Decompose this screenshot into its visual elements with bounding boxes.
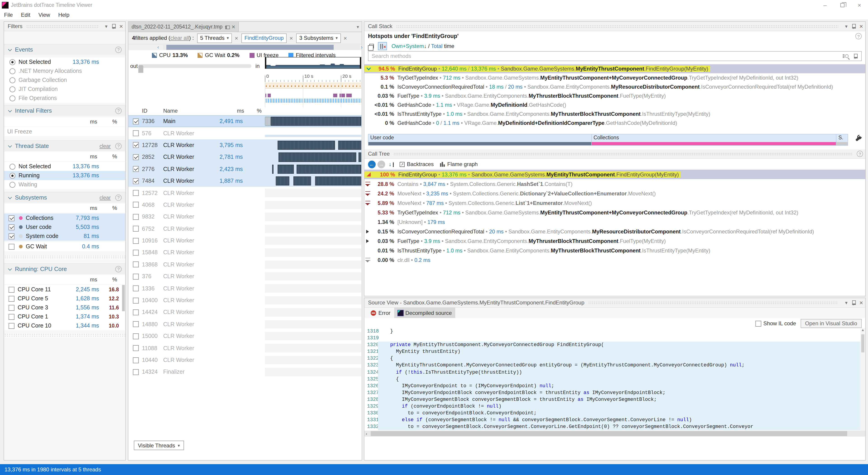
chip-remove-icon[interactable]: × (289, 35, 293, 41)
thread-checkbox[interactable] (133, 262, 139, 268)
backtraces-button[interactable]: ↗Backtraces (400, 161, 434, 168)
list-item[interactable]: CPU Core 31,556 ms11.6 (4, 303, 125, 312)
thread-checkbox[interactable] (133, 286, 139, 291)
thread-timeline[interactable] (265, 152, 361, 162)
call-tree-row[interactable]: 28.8 %Contains • 3,847 ms • System.Colle… (364, 179, 865, 189)
swap-view-button[interactable] (367, 42, 376, 50)
thread-row[interactable]: 14324Finalizer (128, 366, 362, 378)
expand-arrow-icon[interactable] (366, 239, 369, 243)
thread-checkbox[interactable] (133, 178, 139, 184)
menu-help[interactable]: Help (54, 11, 73, 18)
chip-remove-icon[interactable]: × (235, 35, 238, 41)
search-pin-icon[interactable] (853, 53, 858, 59)
thread-timeline[interactable] (265, 188, 361, 198)
call-tree-row[interactable]: 0.01 %IsThrustEntityType • 1.0 ms • Sand… (364, 246, 865, 255)
thread-row[interactable]: 12728CLR Worker3,795 ms (128, 139, 362, 151)
column-id[interactable]: ID (142, 108, 147, 114)
code-editor[interactable]: 1318 }13191320 private MyEntityThrustCom… (364, 328, 865, 431)
subsystems-section-header[interactable]: Subsystemsclear? (4, 192, 125, 203)
thread-timeline[interactable] (265, 117, 361, 126)
thread-timeline[interactable] (265, 367, 361, 377)
checkbox[interactable] (8, 224, 14, 230)
list-item[interactable]: Not Selected13,376 ms (4, 162, 125, 171)
wrench-icon[interactable] (855, 135, 862, 142)
thread-row[interactable]: 12572CLR Worker (128, 187, 362, 199)
thread-timeline[interactable] (265, 284, 361, 293)
list-item[interactable]: GC Wait0.4 ms (4, 242, 125, 251)
thread-row[interactable]: 10440CLR Worker (128, 354, 362, 366)
list-item[interactable]: Waiting (4, 180, 125, 189)
tab-close-icon[interactable]: × (231, 24, 235, 30)
thread-timeline[interactable] (265, 236, 361, 245)
help-icon[interactable]: ? (115, 194, 122, 201)
thread-checkbox[interactable] (133, 226, 139, 232)
thread-checkbox[interactable] (133, 309, 139, 315)
thread-checkbox[interactable] (133, 202, 139, 208)
cpu-list-scrollbar-thumb[interactable] (122, 285, 125, 311)
thread-timeline[interactable] (265, 176, 361, 186)
checkbox[interactable] (8, 314, 14, 320)
thread-timeline[interactable] (265, 212, 361, 221)
thread-row[interactable]: 14880CLR Worker (128, 318, 362, 330)
filter-chip-findentitygroup[interactable]: FindEntityGroup (241, 33, 287, 43)
radio-button[interactable] (9, 164, 16, 170)
thread-row[interactable]: 376CLR Worker (128, 270, 362, 283)
tab-error[interactable]: Error (367, 307, 394, 318)
search-icon[interactable] (845, 54, 848, 58)
thread-row[interactable]: 7484CLR Worker1,887 ms (128, 175, 362, 187)
filter-system-frames-button[interactable]: × (378, 42, 387, 50)
thread-timeline[interactable] (265, 260, 361, 269)
subsystems-clear-link[interactable]: clear (99, 195, 111, 200)
thread-row[interactable]: 576CLR Worker (128, 127, 362, 139)
close-icon[interactable]: × (860, 299, 863, 306)
interval-filters-section-header[interactable]: Interval Filters? (4, 105, 125, 116)
radio-button[interactable] (9, 68, 16, 74)
hotspot-row[interactable]: <0.01 %IsThrustEntityType • 1.0 ms • San… (364, 110, 865, 119)
help-icon[interactable]: ? (115, 143, 122, 149)
checkbox[interactable] (8, 244, 14, 249)
document-tab[interactable]: dtsn_2022-02-11_205412_.Kejuqyr.tmp × (128, 22, 239, 32)
flame-graph-button[interactable]: Flame graph (440, 161, 478, 168)
call-tree-row[interactable]: 5.89 %MoveNext • 787 ms • System.Collect… (364, 198, 865, 208)
drag-handle[interactable] (26, 25, 98, 28)
column-name[interactable]: Name (163, 108, 178, 114)
thread-checkbox[interactable] (133, 297, 139, 303)
help-icon[interactable]: ? (115, 266, 122, 272)
thread-checkbox[interactable] (133, 214, 139, 220)
pin-icon[interactable] (851, 23, 856, 29)
section-separator[interactable] (4, 333, 125, 337)
menu-edit[interactable]: Edit (17, 11, 34, 18)
visible-threads-button[interactable]: Visible Threads ▾ (134, 441, 184, 450)
column-pct[interactable]: % (257, 108, 261, 114)
thread-timeline[interactable] (265, 248, 361, 258)
thread-row[interactable]: 2852CLR Worker2,781 ms (128, 151, 362, 163)
thread-row[interactable]: 6752CLR Worker (128, 223, 362, 235)
close-icon[interactable]: × (860, 23, 863, 29)
thread-timeline[interactable] (265, 224, 361, 233)
running-cpu-core-section-header[interactable]: Running: CPU Core? (4, 263, 125, 274)
show-il-checkbox[interactable] (755, 321, 761, 326)
own-system-toggle[interactable]: Own+System (392, 43, 424, 49)
forward-button[interactable]: → (377, 160, 385, 168)
tab-decompiled-source[interactable]: Decompiled source (394, 307, 455, 318)
list-item[interactable]: .NET Memory Allocations (4, 66, 125, 76)
scroll-left-arrow-icon[interactable]: ‹ (366, 431, 367, 437)
thread-checkbox[interactable] (133, 357, 139, 363)
thread-checkbox[interactable] (133, 142, 139, 148)
hotspot-row[interactable]: <0.01 %GetHashCode • 1.1 ms • VRage.Game… (364, 100, 865, 110)
pin-icon[interactable] (851, 300, 856, 305)
thread-timeline[interactable] (265, 200, 361, 209)
thread-timeline[interactable] (265, 165, 361, 174)
expanded-chevron-icon[interactable] (366, 66, 371, 70)
filter-chip-3-subsystems[interactable]: 3 Subsystems▾ (296, 33, 341, 43)
maximize-button[interactable] (834, 0, 851, 10)
thread-timeline[interactable] (265, 272, 361, 281)
drag-handle[interactable] (396, 25, 838, 28)
subsystem-segment-user-code[interactable]: User code (368, 134, 591, 146)
list-item[interactable]: CPU Core 11,374 ms10.3 (4, 312, 125, 321)
scrollbar-thumb[interactable] (861, 334, 864, 352)
thread-row[interactable]: 15848CLR Worker (128, 247, 362, 259)
thread-row[interactable]: 10916CLR Worker (128, 235, 362, 247)
checkbox[interactable] (8, 323, 14, 329)
zoom-slider-track[interactable] (138, 64, 251, 68)
